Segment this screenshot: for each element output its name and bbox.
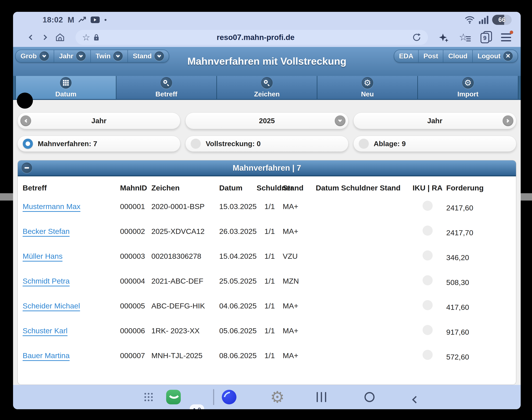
toolbar-actions: ☆ 9: [439, 31, 511, 43]
secondary-app-icon[interactable]: [190, 404, 204, 409]
notification-icons: M: [68, 15, 106, 25]
forderung-cell: 2417,60: [446, 204, 511, 212]
radio-selected-icon[interactable]: [23, 139, 33, 149]
cloud-button[interactable]: Cloud: [443, 50, 472, 62]
home-icon[interactable]: [55, 33, 65, 42]
page-title: Mahnverfahren mit Vollstreckung: [187, 55, 346, 67]
tab-betreff[interactable]: Betreff: [116, 76, 217, 99]
radio-unselected-icon[interactable]: [191, 139, 201, 149]
tab-zeichen[interactable]: Zeichen: [217, 76, 318, 99]
collapse-icon[interactable]: [22, 163, 32, 173]
ai-sparkles-icon[interactable]: [439, 32, 449, 42]
table-row: Schmidt Petra 000004 2021-ABC-DEF 25.05.…: [18, 269, 516, 294]
eda-button[interactable]: EDA: [394, 50, 419, 62]
table-row: Bauer Martina 000007 MNH-TJL-2025 08.06.…: [18, 343, 516, 368]
iku-ra-toggle[interactable]: [423, 300, 433, 310]
dropdown-grob[interactable]: Grob: [16, 50, 54, 62]
recent-apps-button[interactable]: [317, 392, 326, 402]
zeichen-cell: 002018306278: [151, 252, 219, 260]
schuldner-cell: 1/1: [257, 252, 283, 260]
forderung-cell: 346,20: [446, 253, 511, 262]
schuldner-cell: 1/1: [257, 277, 283, 285]
logout-button[interactable]: Logout ×: [473, 50, 517, 62]
app-drawer-icon[interactable]: [145, 393, 153, 401]
forderung-cell: 917,60: [446, 328, 511, 336]
filter-vollstreckung[interactable]: Vollstreckung: 0: [185, 136, 348, 152]
debtor-link[interactable]: Bauer Martina: [23, 351, 70, 361]
debtor-link[interactable]: Schmidt Petra: [23, 277, 70, 286]
chevron-right-icon[interactable]: [503, 115, 513, 126]
zeichen-cell: ABC-DEFG-HIK: [151, 302, 219, 310]
stand-cell: MZN: [283, 277, 311, 285]
grid-icon: [60, 77, 71, 89]
forward-icon[interactable]: [42, 35, 47, 40]
radio-unselected-icon[interactable]: [359, 139, 369, 149]
chevron-down-icon: [155, 51, 164, 61]
menu-icon[interactable]: [501, 33, 511, 41]
datum-cell: 05.06.2025: [219, 327, 257, 335]
col-forderung: Forderung: [446, 184, 511, 192]
bookmarks-list-icon[interactable]: ☆: [459, 32, 470, 43]
iku-ra-toggle[interactable]: [423, 250, 433, 260]
home-button[interactable]: [364, 392, 374, 402]
dropdown-stand[interactable]: Stand: [128, 50, 169, 62]
iku-ra-toggle[interactable]: [423, 325, 433, 335]
debtor-link[interactable]: Schuster Karl: [23, 327, 67, 336]
phone-app-icon[interactable]: [166, 390, 181, 404]
url-text[interactable]: reso07.mahn-profi.de: [99, 33, 412, 42]
iku-ra-toggle[interactable]: [423, 275, 433, 285]
zeichen-cell: MNH-TJL-2025: [151, 351, 219, 360]
next-year-button[interactable]: Jahr: [353, 112, 516, 129]
iku-ra-toggle[interactable]: [423, 350, 433, 360]
prev-year-button[interactable]: Jahr: [17, 112, 180, 129]
stand-cell: MA+: [283, 227, 311, 236]
filter-mahnverfahren[interactable]: Mahnverfahren: 7: [17, 136, 180, 152]
debtor-link[interactable]: Müller Hans: [23, 252, 63, 262]
col-datum: Datum: [219, 184, 257, 192]
clock: 18:02: [43, 15, 63, 24]
camera-punch-hole: [17, 93, 33, 109]
back-button[interactable]: [412, 396, 419, 403]
device-frame: 18:02 M 66: [0, 0, 532, 420]
chevron-down-icon: [39, 51, 49, 61]
col-zeichen: Zeichen: [151, 184, 219, 192]
mahnid-cell: 000002: [120, 227, 151, 236]
chevron-left-icon[interactable]: [20, 115, 31, 126]
zeichen-cell: 2021-ABC-DEF: [151, 277, 219, 285]
table-row: Scheider Michael 000005 ABC-DEFG-HIK 04.…: [18, 294, 516, 318]
bookmark-star-icon[interactable]: ☆: [82, 33, 90, 42]
tab-switcher-icon[interactable]: 9: [481, 31, 491, 43]
tab-neu[interactable]: ⚙ Neu: [317, 76, 418, 99]
battery-indicator: 66: [492, 15, 512, 25]
settings-gear-icon[interactable]: ⚙: [270, 389, 284, 405]
youtube-icon: [91, 16, 100, 23]
forderung-cell: 572,60: [446, 353, 511, 361]
forderung-cell: 417,60: [446, 303, 511, 312]
zeichen-cell: 1RK- 2023-XX: [151, 327, 219, 335]
col-schuldner: Schuldner: [257, 184, 283, 192]
year-select[interactable]: 2025: [185, 112, 348, 129]
dropdown-jahr[interactable]: Jahr: [54, 50, 91, 62]
datum-cell: 15.04.2025: [219, 252, 257, 260]
iku-ra-toggle[interactable]: [423, 225, 433, 236]
url-bar[interactable]: ☆ reso07.mahn-profi.de: [76, 30, 428, 45]
browser-app-icon[interactable]: [222, 390, 236, 404]
gmail-icon: M: [68, 15, 74, 25]
mahnid-cell: 000001: [120, 202, 151, 211]
filter-ablage[interactable]: Ablage: 9: [353, 136, 516, 152]
post-button[interactable]: Post: [419, 50, 443, 62]
schuldner-cell: 1/1: [257, 302, 283, 310]
refresh-icon[interactable]: [412, 33, 421, 42]
debtor-link[interactable]: Becker Stefan: [23, 227, 70, 237]
stand-cell: MA+: [283, 202, 311, 211]
back-icon[interactable]: [29, 35, 34, 40]
dropdown-twin[interactable]: Twin: [91, 50, 128, 62]
mahnid-cell: 000004: [120, 277, 151, 285]
iku-ra-toggle[interactable]: [423, 201, 433, 211]
debtor-link[interactable]: Scheider Michael: [23, 302, 80, 311]
zeichen-cell: 2020-0001-BSP: [151, 202, 219, 211]
chevron-down-icon[interactable]: [335, 115, 345, 126]
debtor-link[interactable]: Mustermann Max: [23, 202, 80, 212]
forderung-cell: 2417,70: [446, 228, 511, 237]
tab-import[interactable]: ⚙ Import: [418, 76, 518, 99]
